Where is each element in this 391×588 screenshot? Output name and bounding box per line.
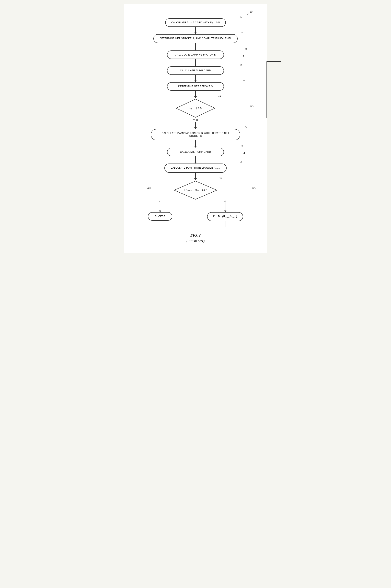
no-branch: 64 D = D · (HPUMP/HHYD) <box>207 200 243 227</box>
prior-art-label: (PRIOR ART) <box>186 239 204 243</box>
box-determine-net-stroke-s0: DETERMINE NET STROKE S0 AND COMPUTE FLUI… <box>153 34 238 43</box>
box5-text: DETERMINE NET STROKE S <box>178 85 213 88</box>
box-calc-damping-factor: CALCULATE DAMPING FACTOR D <box>167 50 224 59</box>
arrow-2 <box>194 43 197 50</box>
arrow-3 <box>194 59 197 66</box>
box9-text: SUCESS <box>155 215 165 218</box>
diamond-convergence: |S0 – S| < ε? <box>175 98 216 118</box>
no-label-2: NO <box>252 187 256 189</box>
yes-label-2: YES <box>147 187 151 189</box>
diamond1-text: |S0 – S| < ε? <box>189 107 202 110</box>
box-calc-damping-iterated: CALCULATE DAMPING FACTOR D WITH ITERATED… <box>151 129 240 140</box>
ref-44: 44 <box>241 31 243 34</box>
box-d-update: D = D · (HPUMP/HHYD) <box>207 212 243 221</box>
box4-text: CALCULATE PUMP CARD <box>180 69 211 72</box>
box-calc-pump-card-d0: CALCULATE PUMP CARD WITH D₀ = 0.5 <box>165 18 226 27</box>
box-determine-net-stroke-s: DETERMINE NET STROKE S <box>167 82 224 91</box>
ref-62: 62 <box>159 200 161 203</box>
box-success: SUCESS <box>148 212 172 221</box>
diamond2-text: | HPUMP – HHYD | ≤ ε? <box>185 188 207 192</box>
fig-label: FIG. 2 <box>191 233 200 238</box>
box2-text: DETERMINE NET STROKE S0 AND COMPUTE FLUI… <box>160 37 231 40</box>
ref-42: 42 <box>240 15 242 18</box>
box7-text: CALCULATE PUMP CARD <box>180 151 211 153</box>
feedback-loop-1 <box>265 59 281 120</box>
arrow-6 <box>194 122 197 129</box>
box8-text: CALCULATE PUMP HORSEPOWER HPUMP <box>171 166 220 169</box>
arrow-5 <box>194 91 197 98</box>
flowchart: 42 CALCULATE PUMP CARD WITH D₀ = 0.5 44 … <box>130 18 261 227</box>
no-label-1: NO <box>250 105 254 108</box>
arrow-9 <box>194 173 197 180</box>
box-calc-pump-card-2: CALCULATE PUMP CARD <box>167 66 224 75</box>
ref-60: 60 <box>219 176 222 179</box>
ref-54: 54 <box>245 126 247 129</box>
ref-40: 40 <box>250 10 252 13</box>
ref-50: 50 <box>243 79 245 82</box>
ref-58: 58 <box>240 161 242 164</box>
arrow-8 <box>194 156 197 164</box>
ref-52: 52 <box>218 94 221 97</box>
ref-48: 48 <box>240 63 242 66</box>
box-calc-horsepower: CALCULATE PUMP HORSEPOWER HPUMP <box>164 164 226 172</box>
yes-branch: 62 SUCESS <box>148 200 172 221</box>
arrow-7 <box>194 140 197 148</box>
arrow-40: ↙ <box>247 13 248 15</box>
ref-64: 64 <box>224 200 226 203</box>
arrow-4 <box>194 75 197 82</box>
page: 40 ↙ 42 CALCULATE PUMP CARD WITH D₀ = 0.… <box>124 4 267 253</box>
box1-text: CALCULATE PUMP CARD WITH D₀ = 0.5 <box>171 21 220 24</box>
arrow-1 <box>194 27 197 34</box>
box3-text: CALCULATE DAMPING FACTOR D <box>175 53 216 56</box>
ref-46: 46 <box>245 47 247 50</box>
box6-text: CALCULATE DAMPING FACTOR D WITH ITERATED… <box>162 132 229 138</box>
ref-56: 56 <box>241 145 243 148</box>
diamond-horsepower: | HPUMP – HHYD | ≤ ε? <box>173 180 218 200</box>
box10-text: D = D · (HPUMP/HHYD) <box>213 215 237 218</box>
yes-label-1: YES <box>193 119 198 121</box>
box-calc-pump-card-3: CALCULATE PUMP CARD <box>167 148 224 156</box>
